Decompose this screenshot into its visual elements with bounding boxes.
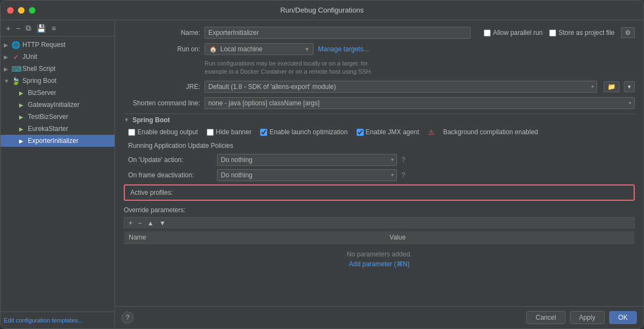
shorten-dropdown[interactable]: none - java [options] className [args] [204,97,635,109]
window-title: Run/Debug Configurations [280,6,364,14]
sidebar-item-biz-server[interactable]: ▶ BizServer [1,87,115,99]
run-on-select[interactable]: 🏠 Local machine ▾ [204,43,314,55]
apply-button[interactable]: Apply [570,311,605,324]
update-action-help-icon[interactable]: ? [401,155,405,164]
move-down-button[interactable]: ▼ [157,219,168,228]
update-action-row: On 'Update' action: Do nothing Update re… [128,154,635,166]
frame-deactivation-help-icon[interactable]: ? [401,171,405,179]
arrow-expanded-icon: ▼ [4,78,9,84]
spring-checkboxes-row: Enable debug output Hide banner Enable l… [128,128,635,136]
home-icon: 🏠 [209,46,217,53]
add-override-button[interactable]: + [127,219,135,228]
enable-debug-item[interactable]: Enable debug output [128,128,198,136]
separator [124,113,635,114]
http-icon: 🌐 [11,41,20,49]
move-up-button[interactable]: ▲ [145,219,156,228]
active-profiles-input[interactable] [178,186,634,200]
manage-targets-link[interactable]: Manage targets... [318,45,369,53]
remove-config-button[interactable]: − [14,23,22,34]
jre-dropdown[interactable]: Default (1.8 - SDK of 'allens-export' mo… [204,81,597,93]
enable-launch-checkbox[interactable] [260,129,267,136]
help-button[interactable]: ? [122,312,134,324]
sidebar-item-junit[interactable]: ▶ ✓ JUnit [1,51,115,63]
frame-deactivation-row: On frame deactivation: Do nothing Update… [128,169,635,181]
junit-icon: ✓ [11,53,20,61]
hide-banner-item[interactable]: Hide banner [207,128,251,136]
sidebar-label-spring: Spring Boot [22,77,57,85]
save-config-button[interactable]: 💾 [34,23,48,34]
bottom-right-buttons: Cancel Apply OK [526,311,637,324]
hide-banner-label: Hide banner [216,128,251,136]
run-on-label: Run on: [124,45,200,53]
override-title: Override parameters: [124,206,635,214]
close-button[interactable] [7,7,14,14]
run-icon: ▶ [17,90,26,96]
sidebar-item-http[interactable]: ▶ 🌐 HTTP Request [1,39,115,51]
store-project-item[interactable]: Store as project file [549,29,615,37]
run-debug-window: Run/Debug Configurations + − ⧉ 💾 ≡ ▶ 🌐 H… [0,0,644,329]
add-param-link[interactable]: Add parameter (⌘N) [129,260,630,272]
allow-parallel-checkbox[interactable] [484,29,491,37]
spring-boot-header: ▼ Spring Boot [124,116,635,124]
run-icon: ▶ [17,102,26,108]
arrow-icon: ▶ [4,66,9,72]
store-project-label: Store as project file [558,29,615,37]
shorten-label: Shorten command line: [124,99,200,107]
name-input[interactable] [204,27,471,39]
override-section: Override parameters: + − ▲ ▼ Name Value [124,206,635,275]
add-config-button[interactable]: + [4,23,13,34]
name-label: Name: [124,29,200,37]
hide-banner-checkbox[interactable] [207,129,214,136]
jre-folder-button[interactable]: 📁 [604,81,619,92]
minimize-button[interactable] [18,7,25,14]
spring-boot-section-title: Spring Boot [133,116,170,124]
sidebar-label-testbiz: TestBizServer [28,113,68,121]
sidebar-item-gateway[interactable]: ▶ GatewayInitializer [1,99,115,111]
cancel-button[interactable]: Cancel [526,311,565,324]
sort-config-button[interactable]: ≡ [49,23,58,34]
override-toolbar: + − ▲ ▼ [124,217,635,229]
sidebar-item-shell[interactable]: ▶ ⌨ Shell Script [1,63,115,75]
sidebar-item-eureka[interactable]: ▶ EurekaStarter [1,123,115,135]
enable-launch-label: Enable launch optimization [269,128,347,136]
sidebar-item-test-biz[interactable]: ▶ TestBizServer [1,111,115,123]
enable-jmx-item[interactable]: Enable JMX agent [357,128,419,136]
remove-override-button[interactable]: − [136,219,144,228]
allow-parallel-item[interactable]: Allow parallel run [484,29,543,37]
shell-icon: ⌨ [11,65,20,73]
dropdown-chevron-icon: ▾ [305,45,309,53]
name-row: Name: Allow parallel run Store as projec… [124,27,635,39]
enable-debug-label: Enable debug output [137,128,198,136]
sidebar-item-spring-boot[interactable]: ▼ 🍃 Spring Boot [1,75,115,87]
warning-icon: ⚠ [428,128,435,136]
arrow-icon: ▶ [4,54,9,60]
maximize-button[interactable] [29,7,35,14]
store-project-folder-button[interactable]: ⚙ [621,27,635,38]
run-icon: ▶ [17,126,26,132]
run-on-value: Local machine [220,45,262,53]
no-params-message: No parameters added. [129,246,630,260]
enable-debug-checkbox[interactable] [128,129,135,136]
sidebar-label-http: HTTP Request [22,41,65,49]
enable-jmx-checkbox[interactable] [357,129,364,136]
update-action-dropdown[interactable]: Do nothing Update resources Update class… [217,154,397,166]
frame-deactivation-dropdown[interactable]: Do nothing Update resources Update class… [217,169,397,181]
run-on-row: Run on: 🏠 Local machine ▾ Manage targets… [124,43,635,55]
run-icon: ▶ [17,138,26,144]
ok-button[interactable]: OK [609,311,637,324]
titlebar: Run/Debug Configurations [1,1,643,20]
sidebar: + − ⧉ 💾 ≡ ▶ 🌐 HTTP Request ▶ ✓ JUnit [1,20,115,328]
sidebar-item-exporter[interactable]: ▶ ExporterInitializer [1,135,115,147]
table-row-empty: No parameters added. Add parameter (⌘N) [124,243,635,274]
sidebar-label-junit: JUnit [22,53,37,61]
jre-more-button[interactable]: ▾ [624,81,635,92]
override-table: Name Value No parameters added. Add para… [124,231,635,275]
section-arrow-icon[interactable]: ▼ [124,117,129,123]
copy-config-button[interactable]: ⧉ [23,22,33,34]
policies-section: Running Application Update Policies On '… [128,142,635,181]
enable-launch-item[interactable]: Enable launch optimization [260,128,347,136]
edit-templates-link[interactable]: Edit configuration templates... [4,317,83,324]
sidebar-footer: Edit configuration templates... [1,312,115,328]
run-hint: Run configurations may be executed local… [204,59,635,76]
store-project-checkbox[interactable] [549,29,556,37]
